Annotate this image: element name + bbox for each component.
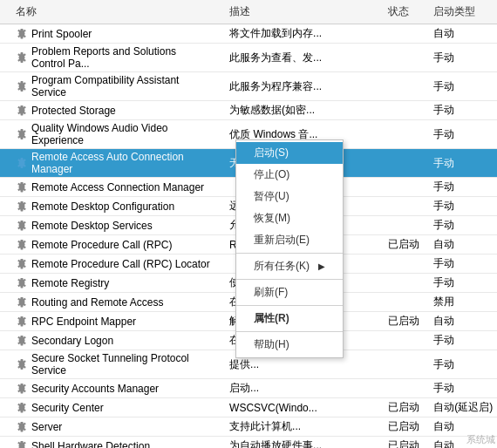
service-icon: [16, 239, 28, 251]
service-status: [385, 224, 431, 227]
service-status: [385, 32, 431, 36]
service-name: Protected Storage: [31, 105, 116, 117]
service-name: Remote Desktop Services: [31, 220, 153, 232]
watermark: 系统城: [466, 433, 495, 446]
service-desc: 支持此计算机...: [226, 417, 385, 436]
service-status: [385, 56, 431, 59]
service-startup: 手动: [430, 356, 497, 374]
context-menu-item[interactable]: 启动(S): [236, 142, 343, 164]
service-status: [385, 387, 431, 390]
service-startup: 禁用: [430, 293, 497, 311]
service-status: [385, 205, 431, 208]
service-status: 已启动: [385, 417, 431, 436]
service-startup: 手动: [430, 78, 497, 96]
service-status: [385, 282, 431, 285]
service-icon: [16, 335, 28, 347]
submenu-arrow-icon: ▶: [318, 261, 325, 271]
table-row[interactable]: Security CenterWSCSVC(Windo...已启动自动(延迟启): [0, 398, 497, 417]
context-menu-item[interactable]: 暂停(U): [236, 186, 343, 207]
table-row[interactable]: Security Accounts Manager启动...手动: [0, 379, 497, 398]
context-menu-item[interactable]: 重新启动(E): [236, 229, 343, 251]
service-startup: 自动(延迟启): [430, 398, 497, 417]
service-startup: 自动: [430, 24, 497, 43]
context-menu-item-label: 启动(S): [254, 146, 289, 160]
service-name: Shell Hardware Detection: [31, 440, 150, 449]
context-menu-item[interactable]: 恢复(M): [236, 207, 343, 229]
table-row[interactable]: Print Spooler将文件加载到内存...自动: [0, 24, 497, 44]
table-row[interactable]: Program Compatibility Assistant Service此…: [0, 72, 497, 101]
service-name: RPC Endpoint Mapper: [31, 316, 136, 328]
context-menu-item-label: 停止(O): [254, 167, 289, 182]
table-row[interactable]: Server支持此计算机...已启动自动: [0, 417, 497, 437]
service-startup: 手动: [430, 379, 497, 397]
context-menu-item-label: 属性(R): [254, 311, 289, 326]
service-name: Print Spooler: [31, 28, 92, 40]
context-menu-item-label: 暂停(U): [254, 189, 289, 204]
table-row[interactable]: Protected Storage为敏感数据(如密...手动: [0, 101, 497, 120]
service-icon: [16, 220, 28, 232]
service-startup: 手动: [430, 49, 497, 67]
service-startup: 手动: [430, 331, 497, 350]
service-name: Remote Access Connection Manager: [31, 181, 204, 193]
service-name: Secondary Logon: [31, 335, 113, 347]
service-name: Remote Desktop Configuration: [31, 200, 174, 213]
service-name: Security Center: [31, 402, 104, 414]
context-menu-item[interactable]: 刷新(F): [236, 282, 343, 303]
service-desc: WSCSVC(Windo...: [226, 400, 385, 416]
service-icon: [16, 421, 28, 433]
table-row[interactable]: Problem Reports and Solutions Control Pa…: [0, 44, 497, 72]
service-startup: 自动: [430, 235, 497, 254]
service-desc: 启动...: [226, 379, 385, 397]
service-status: [385, 132, 431, 136]
service-icon: [16, 181, 28, 193]
service-icon: [16, 200, 28, 213]
service-icon: [16, 128, 28, 140]
service-startup: 手动: [430, 126, 497, 144]
service-desc: 此服务为查看、发...: [226, 49, 385, 67]
header-status: 状态: [385, 3, 431, 21]
context-menu-item-label: 恢复(M): [254, 211, 290, 226]
header-desc: 描述: [226, 3, 385, 21]
service-name: Problem Reports and Solutions Control Pa…: [31, 45, 210, 70]
context-menu-divider: [236, 253, 343, 254]
service-icon: [16, 358, 28, 370]
service-status: 已启动: [385, 312, 431, 330]
service-name: Program Compatibility Assistant Service: [31, 74, 210, 98]
service-status: [385, 109, 431, 112]
service-name: Remote Procedure Call (RPC): [31, 239, 172, 251]
service-icon: [16, 28, 28, 40]
header-startup: 启动类型: [430, 3, 497, 21]
service-startup: 手动: [430, 216, 497, 234]
service-status: 已启动: [385, 398, 431, 417]
service-name: Remote Access Auto Connection Manager: [31, 151, 210, 175]
context-menu-item[interactable]: 帮助(H): [236, 334, 343, 356]
service-status: [385, 339, 431, 343]
service-startup: 手动: [430, 197, 497, 215]
context-menu-divider: [236, 331, 343, 332]
service-startup: 手动: [430, 101, 497, 119]
service-name: Secure Socket Tunneling Protocol Service: [31, 352, 210, 377]
service-desc: 为敏感数据(如密...: [226, 101, 385, 119]
service-name: Routing and Remote Access: [31, 296, 163, 309]
service-icon: [16, 258, 28, 270]
context-menu-item-label: 重新启动(E): [254, 233, 310, 248]
service-desc: 为自动播放硬件事...: [226, 437, 385, 448]
service-startup: 手动: [430, 274, 497, 292]
service-startup: 自动: [430, 312, 497, 330]
context-menu-item[interactable]: 属性(R): [236, 308, 343, 329]
service-name: Remote Procedure Call (RPC) Locator: [31, 258, 210, 270]
context-menu-item-label: 刷新(F): [254, 285, 288, 300]
service-icon: [16, 402, 28, 414]
table-header: 名称 描述 状态 启动类型: [0, 0, 497, 24]
service-name: Server: [31, 421, 62, 433]
service-name: Security Accounts Manager: [31, 383, 159, 395]
service-status: [385, 363, 431, 366]
service-name: Remote Registry: [31, 277, 109, 289]
context-menu-divider: [236, 305, 343, 306]
table-row[interactable]: Shell Hardware Detection为自动播放硬件事...已启动自动: [0, 437, 497, 448]
service-startup: 手动: [430, 154, 497, 173]
context-menu-item[interactable]: 停止(O): [236, 164, 343, 186]
service-icon: [16, 51, 28, 64]
service-icon: [16, 277, 28, 289]
context-menu-item[interactable]: 所有任务(K)▶: [236, 255, 343, 277]
